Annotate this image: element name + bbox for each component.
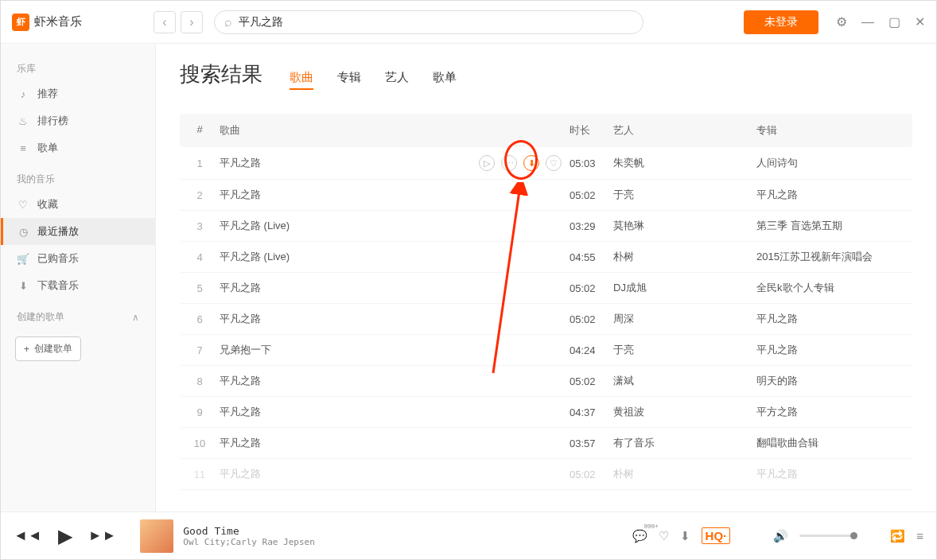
nav-arrows: ‹ ›: [154, 11, 203, 33]
track-title: Good Time: [183, 525, 315, 537]
row-song: 平凡之路: [220, 312, 570, 326]
download-icon[interactable]: ⬇: [523, 155, 539, 171]
logo-icon: 虾: [12, 14, 29, 31]
minimize-icon[interactable]: —: [861, 15, 874, 29]
list-icon: ≡: [17, 142, 29, 154]
row-song: 平凡之路: [220, 281, 570, 295]
clock-icon: ◷: [17, 225, 29, 238]
sidebar-item[interactable]: ◷最近播放: [1, 218, 155, 245]
more-icon[interactable]: ⋯: [501, 155, 517, 171]
sidebar-item[interactable]: 🛒已购音乐: [1, 245, 155, 272]
sidebar-item[interactable]: ♨排行榜: [1, 107, 155, 134]
search-box[interactable]: ⌕: [214, 10, 643, 34]
row-song: 平凡之路: [220, 467, 570, 481]
music-icon: ♪: [17, 88, 29, 100]
player-bar: ◄◄ ▶ ►► Good Time Owl City;Carly Rae Jep…: [1, 511, 936, 559]
row-artist: 朴树: [613, 467, 756, 481]
row-artist: 黄祖波: [613, 405, 756, 419]
player-track: Good Time Owl City;Carly Rae Jepsen: [140, 519, 315, 553]
table-row[interactable]: 3 平凡之路 (Live) 03:29 莫艳琳 第三季 盲选第五期: [180, 211, 912, 242]
table-row[interactable]: 10 平凡之路 03:57 有了音乐 翻唱歌曲合辑: [180, 428, 912, 459]
play-icon[interactable]: ▷: [479, 155, 495, 171]
next-button[interactable]: ►►: [88, 527, 117, 544]
table-row[interactable]: 1 平凡之路 ▷ ⋯ ⬇ ♡ 05:03 朱奕帆 人间诗句: [180, 147, 912, 180]
tab-艺人[interactable]: 艺人: [385, 70, 409, 90]
table-row[interactable]: 5 平凡之路 05:02 DJ成旭 全民k歌个人专辑: [180, 273, 912, 304]
sidebar-item[interactable]: ♪推荐: [1, 80, 155, 107]
loop-icon[interactable]: 🔁: [890, 529, 905, 543]
table-row[interactable]: 7 兄弟抱一下 04:24 于亮 平凡之路: [180, 335, 912, 366]
create-playlist-button[interactable]: + 创建歌单: [15, 336, 81, 361]
maximize-icon[interactable]: ▢: [888, 14, 900, 29]
table-row[interactable]: 8 平凡之路 05:02 潇斌 明天的路: [180, 366, 912, 397]
row-song: 平凡之路 ▷ ⋯ ⬇ ♡: [220, 155, 570, 171]
search-icon: ⌕: [224, 15, 232, 29]
sidebar-item[interactable]: ≡歌单: [1, 134, 155, 161]
row-album: 明天的路: [756, 374, 912, 388]
col-song: 歌曲: [220, 123, 570, 138]
row-artist: 周深: [613, 312, 756, 326]
comment-icon[interactable]: 💬: [632, 529, 647, 543]
prev-button[interactable]: ◄◄: [14, 527, 42, 544]
nav-forward-button[interactable]: ›: [181, 11, 203, 33]
row-album: 人间诗句: [756, 156, 912, 170]
row-dur: 03:57: [570, 438, 613, 449]
row-dur: 04:37: [570, 406, 613, 418]
row-dur: 04:55: [570, 251, 613, 263]
close-icon[interactable]: ✕: [915, 14, 925, 29]
row-num: 10: [180, 438, 220, 449]
sidebar-section-mymusic: 我的音乐: [1, 168, 155, 191]
heart-icon[interactable]: ♡: [546, 155, 562, 171]
hq-badge[interactable]: HQ·: [702, 527, 731, 544]
row-song: 平凡之路: [220, 374, 570, 388]
sidebar-item[interactable]: ⬇下载音乐: [1, 272, 155, 299]
row-album: 平凡之路: [756, 312, 912, 326]
row-num: 6: [180, 313, 220, 325]
table-row[interactable]: 11 平凡之路 05:02 朴树 平凡之路: [180, 459, 912, 490]
page-title: 搜索结果: [180, 60, 262, 88]
fire-icon: ♨: [17, 115, 29, 127]
cart-icon: 🛒: [17, 252, 29, 265]
row-dur: 05:02: [570, 469, 613, 480]
app-logo[interactable]: 虾 虾米音乐: [12, 14, 82, 31]
row-album: 平方之路: [756, 405, 912, 419]
tab-歌单[interactable]: 歌单: [433, 70, 457, 90]
sidebar-item-label: 排行榜: [37, 114, 68, 128]
volume-icon[interactable]: 🔊: [773, 529, 788, 543]
sidebar-section-library: 乐库: [1, 57, 155, 80]
table-header: # 歌曲 时长 艺人 专辑: [180, 114, 912, 147]
row-num: 8: [180, 375, 220, 387]
sidebar-section-playlists: 创建的歌单 ∧: [1, 305, 155, 329]
row-artist: DJ成旭: [613, 281, 756, 295]
row-artist: 有了音乐: [613, 436, 756, 450]
table-row[interactable]: 9 平凡之路 04:37 黄祖波 平方之路: [180, 397, 912, 428]
settings-icon[interactable]: ⚙: [836, 14, 847, 29]
col-artist: 艺人: [613, 123, 756, 138]
album-cover[interactable]: [140, 519, 173, 553]
chevron-up-icon[interactable]: ∧: [132, 312, 139, 323]
results-table: 1 平凡之路 ▷ ⋯ ⬇ ♡ 05:03 朱奕帆 人间诗句2 平凡之路 05:0…: [180, 147, 912, 490]
row-song: 平凡之路: [220, 436, 570, 450]
table-row[interactable]: 2 平凡之路 05:02 于亮 平凡之路: [180, 180, 912, 211]
row-dur: 05:02: [570, 189, 613, 201]
player-controls: ◄◄ ▶ ►►: [14, 525, 116, 547]
like-icon[interactable]: ♡: [659, 529, 669, 543]
login-button[interactable]: 未登录: [744, 10, 818, 34]
play-button[interactable]: ▶: [58, 525, 72, 547]
search-input[interactable]: [239, 16, 633, 29]
nav-back-button[interactable]: ‹: [154, 11, 176, 33]
download-icon[interactable]: ⬇: [680, 529, 690, 543]
row-num: 9: [180, 406, 220, 418]
tab-专辑[interactable]: 专辑: [337, 70, 361, 90]
tab-歌曲[interactable]: 歌曲: [290, 70, 313, 90]
table-row[interactable]: 4 平凡之路 (Live) 04:55 朴树 2015江苏卫视新年演唱会: [180, 242, 912, 273]
col-dur: 时长: [570, 123, 613, 138]
table-row[interactable]: 6 平凡之路 05:02 周深 平凡之路: [180, 304, 912, 335]
queue-icon[interactable]: ≡: [916, 529, 923, 542]
row-album: 第三季 盲选第五期: [756, 219, 912, 233]
sidebar-item[interactable]: ♡收藏: [1, 191, 155, 218]
row-song: 平凡之路 (Live): [220, 250, 570, 264]
row-song: 平凡之路 (Live): [220, 219, 570, 233]
volume-slider[interactable]: [799, 535, 855, 537]
row-artist: 于亮: [613, 343, 756, 357]
